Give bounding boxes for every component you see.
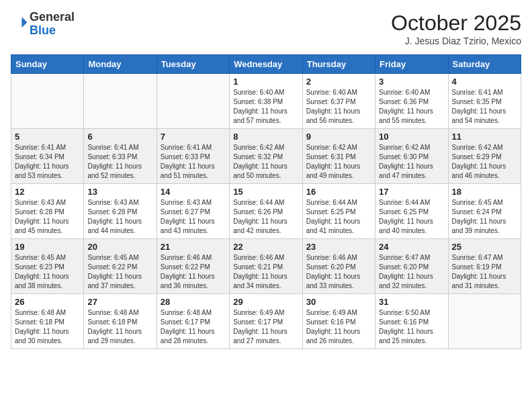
day-detail: Sunrise: 6:43 AM Sunset: 6:28 PM Dayligh… bbox=[87, 198, 152, 236]
day-number: 5 bbox=[15, 132, 80, 142]
day-detail: Sunrise: 6:48 AM Sunset: 6:18 PM Dayligh… bbox=[15, 308, 80, 346]
day-number: 15 bbox=[233, 187, 298, 197]
calendar-cell: 27Sunrise: 6:48 AM Sunset: 6:18 PM Dayli… bbox=[84, 294, 157, 349]
calendar-cell: 7Sunrise: 6:41 AM Sunset: 6:33 PM Daylig… bbox=[157, 129, 229, 184]
day-number: 7 bbox=[161, 132, 226, 142]
day-number: 14 bbox=[161, 187, 226, 197]
weekday-header-monday: Monday bbox=[84, 55, 157, 74]
day-detail: Sunrise: 6:48 AM Sunset: 6:17 PM Dayligh… bbox=[161, 308, 226, 346]
day-detail: Sunrise: 6:41 AM Sunset: 6:34 PM Dayligh… bbox=[15, 143, 80, 181]
calendar-cell: 23Sunrise: 6:46 AM Sunset: 6:20 PM Dayli… bbox=[302, 239, 375, 294]
calendar-cell: 24Sunrise: 6:47 AM Sunset: 6:20 PM Dayli… bbox=[375, 239, 448, 294]
calendar-cell: 12Sunrise: 6:43 AM Sunset: 6:28 PM Dayli… bbox=[11, 184, 84, 239]
day-detail: Sunrise: 6:46 AM Sunset: 6:21 PM Dayligh… bbox=[233, 253, 298, 291]
calendar-week-row: 19Sunrise: 6:45 AM Sunset: 6:23 PM Dayli… bbox=[11, 239, 521, 294]
day-detail: Sunrise: 6:42 AM Sunset: 6:29 PM Dayligh… bbox=[452, 143, 517, 181]
weekday-header-thursday: Thursday bbox=[302, 55, 375, 74]
calendar-cell bbox=[157, 74, 229, 129]
calendar-cell: 20Sunrise: 6:45 AM Sunset: 6:22 PM Dayli… bbox=[84, 239, 157, 294]
calendar-week-row: 26Sunrise: 6:48 AM Sunset: 6:18 PM Dayli… bbox=[11, 294, 521, 349]
calendar-cell: 30Sunrise: 6:49 AM Sunset: 6:16 PM Dayli… bbox=[302, 294, 375, 349]
logo-icon bbox=[12, 15, 28, 31]
day-number: 19 bbox=[15, 242, 80, 252]
day-number: 26 bbox=[15, 297, 80, 307]
calendar-cell: 13Sunrise: 6:43 AM Sunset: 6:28 PM Dayli… bbox=[84, 184, 157, 239]
day-number: 24 bbox=[379, 242, 444, 252]
calendar-cell: 2Sunrise: 6:40 AM Sunset: 6:37 PM Daylig… bbox=[302, 74, 375, 129]
calendar-cell: 10Sunrise: 6:42 AM Sunset: 6:30 PM Dayli… bbox=[375, 129, 448, 184]
calendar-cell: 1Sunrise: 6:40 AM Sunset: 6:38 PM Daylig… bbox=[230, 74, 302, 129]
day-detail: Sunrise: 6:45 AM Sunset: 6:24 PM Dayligh… bbox=[452, 198, 517, 236]
calendar-cell: 17Sunrise: 6:44 AM Sunset: 6:25 PM Dayli… bbox=[375, 184, 448, 239]
calendar-cell: 31Sunrise: 6:50 AM Sunset: 6:16 PM Dayli… bbox=[375, 294, 448, 349]
day-number: 9 bbox=[306, 132, 371, 142]
day-detail: Sunrise: 6:44 AM Sunset: 6:26 PM Dayligh… bbox=[233, 198, 298, 236]
calendar-cell bbox=[84, 74, 157, 129]
calendar-table: SundayMondayTuesdayWednesdayThursdayFrid… bbox=[11, 54, 521, 349]
calendar-cell: 19Sunrise: 6:45 AM Sunset: 6:23 PM Dayli… bbox=[11, 239, 84, 294]
calendar-cell: 5Sunrise: 6:41 AM Sunset: 6:34 PM Daylig… bbox=[11, 129, 84, 184]
day-number: 21 bbox=[161, 242, 226, 252]
day-number: 25 bbox=[452, 242, 517, 252]
day-number: 18 bbox=[452, 187, 517, 197]
day-detail: Sunrise: 6:42 AM Sunset: 6:31 PM Dayligh… bbox=[306, 143, 371, 181]
svg-marker-0 bbox=[21, 17, 27, 28]
day-detail: Sunrise: 6:40 AM Sunset: 6:37 PM Dayligh… bbox=[306, 88, 371, 126]
day-number: 8 bbox=[233, 132, 298, 142]
day-number: 13 bbox=[87, 187, 152, 197]
day-detail: Sunrise: 6:48 AM Sunset: 6:18 PM Dayligh… bbox=[87, 308, 152, 346]
day-detail: Sunrise: 6:42 AM Sunset: 6:30 PM Dayligh… bbox=[379, 143, 444, 181]
calendar-cell bbox=[448, 294, 521, 349]
location-subtitle: J. Jesus Diaz Tzirio, Mexico bbox=[391, 36, 521, 46]
day-detail: Sunrise: 6:40 AM Sunset: 6:36 PM Dayligh… bbox=[379, 88, 444, 126]
day-detail: Sunrise: 6:49 AM Sunset: 6:16 PM Dayligh… bbox=[306, 308, 371, 346]
day-number: 16 bbox=[306, 187, 371, 197]
day-number: 17 bbox=[379, 187, 444, 197]
day-number: 31 bbox=[379, 297, 444, 307]
day-detail: Sunrise: 6:43 AM Sunset: 6:27 PM Dayligh… bbox=[161, 198, 226, 236]
day-number: 23 bbox=[306, 242, 371, 252]
calendar-cell bbox=[11, 74, 84, 129]
calendar-cell: 18Sunrise: 6:45 AM Sunset: 6:24 PM Dayli… bbox=[448, 184, 521, 239]
weekday-header-sunday: Sunday bbox=[11, 55, 84, 74]
calendar-cell: 25Sunrise: 6:47 AM Sunset: 6:19 PM Dayli… bbox=[448, 239, 521, 294]
day-detail: Sunrise: 6:44 AM Sunset: 6:25 PM Dayligh… bbox=[306, 198, 371, 236]
day-number: 11 bbox=[452, 132, 517, 142]
calendar-cell: 8Sunrise: 6:42 AM Sunset: 6:32 PM Daylig… bbox=[230, 129, 302, 184]
day-detail: Sunrise: 6:45 AM Sunset: 6:23 PM Dayligh… bbox=[15, 253, 80, 291]
calendar-cell: 15Sunrise: 6:44 AM Sunset: 6:26 PM Dayli… bbox=[230, 184, 302, 239]
calendar-cell: 28Sunrise: 6:48 AM Sunset: 6:17 PM Dayli… bbox=[157, 294, 229, 349]
calendar-cell: 21Sunrise: 6:46 AM Sunset: 6:22 PM Dayli… bbox=[157, 239, 229, 294]
day-number: 4 bbox=[452, 77, 517, 87]
month-title: October 2025 bbox=[391, 11, 521, 36]
calendar-cell: 16Sunrise: 6:44 AM Sunset: 6:25 PM Dayli… bbox=[302, 184, 375, 239]
calendar-cell: 14Sunrise: 6:43 AM Sunset: 6:27 PM Dayli… bbox=[157, 184, 229, 239]
weekday-header-saturday: Saturday bbox=[448, 55, 521, 74]
weekday-header-wednesday: Wednesday bbox=[230, 55, 302, 74]
day-number: 28 bbox=[161, 297, 226, 307]
calendar-header-row: SundayMondayTuesdayWednesdayThursdayFrid… bbox=[11, 55, 521, 74]
calendar-cell: 22Sunrise: 6:46 AM Sunset: 6:21 PM Dayli… bbox=[230, 239, 302, 294]
day-number: 2 bbox=[306, 77, 371, 87]
calendar-cell: 6Sunrise: 6:41 AM Sunset: 6:33 PM Daylig… bbox=[84, 129, 157, 184]
title-block: October 2025 J. Jesus Diaz Tzirio, Mexic… bbox=[391, 11, 521, 46]
calendar-cell: 11Sunrise: 6:42 AM Sunset: 6:29 PM Dayli… bbox=[448, 129, 521, 184]
day-detail: Sunrise: 6:45 AM Sunset: 6:22 PM Dayligh… bbox=[87, 253, 152, 291]
day-number: 27 bbox=[87, 297, 152, 307]
calendar-cell: 29Sunrise: 6:49 AM Sunset: 6:17 PM Dayli… bbox=[230, 294, 302, 349]
day-number: 1 bbox=[233, 77, 298, 87]
day-detail: Sunrise: 6:41 AM Sunset: 6:35 PM Dayligh… bbox=[452, 88, 517, 126]
day-detail: Sunrise: 6:44 AM Sunset: 6:25 PM Dayligh… bbox=[379, 198, 444, 236]
logo: General Blue bbox=[11, 11, 75, 38]
day-number: 10 bbox=[379, 132, 444, 142]
day-detail: Sunrise: 6:42 AM Sunset: 6:32 PM Dayligh… bbox=[233, 143, 298, 181]
calendar-cell: 3Sunrise: 6:40 AM Sunset: 6:36 PM Daylig… bbox=[375, 74, 448, 129]
calendar-week-row: 5Sunrise: 6:41 AM Sunset: 6:34 PM Daylig… bbox=[11, 129, 521, 184]
day-number: 22 bbox=[233, 242, 298, 252]
day-detail: Sunrise: 6:40 AM Sunset: 6:38 PM Dayligh… bbox=[233, 88, 298, 126]
day-detail: Sunrise: 6:47 AM Sunset: 6:19 PM Dayligh… bbox=[452, 253, 517, 291]
day-number: 30 bbox=[306, 297, 371, 307]
calendar-cell: 9Sunrise: 6:42 AM Sunset: 6:31 PM Daylig… bbox=[302, 129, 375, 184]
calendar-cell: 4Sunrise: 6:41 AM Sunset: 6:35 PM Daylig… bbox=[448, 74, 521, 129]
day-number: 12 bbox=[15, 187, 80, 197]
